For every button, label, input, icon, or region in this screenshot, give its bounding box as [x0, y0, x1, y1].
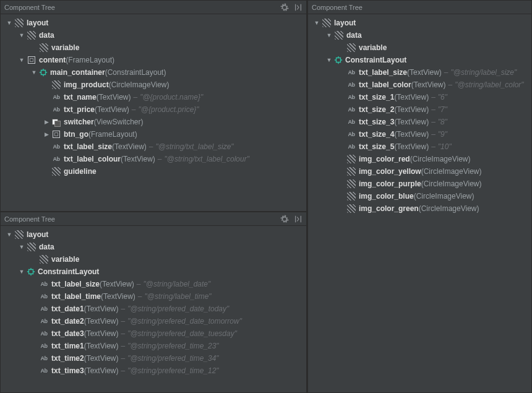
- textview-icon: Ab: [51, 155, 61, 163]
- tree-row[interactable]: img_color_green (CircleImageView): [308, 202, 531, 215]
- textview-icon: Ab: [51, 142, 61, 151]
- node-id: txt_time1: [51, 342, 84, 350]
- tree-top-left[interactable]: ▼layout▼datavariable▼content (FrameLayou…: [1, 14, 306, 180]
- tree-row[interactable]: ▼ConstraintLayout: [308, 54, 531, 66]
- tree-row[interactable]: ▼data: [308, 29, 531, 41]
- node-value: "8": [438, 118, 447, 126]
- tree-row[interactable]: ▼ConstraintLayout: [1, 266, 306, 278]
- expand-arrow-icon[interactable]: ▼: [325, 32, 333, 38]
- panel-title: Component Tree: [312, 4, 528, 11]
- gear-icon[interactable]: [280, 3, 289, 12]
- expand-arrow-icon[interactable]: ▼: [18, 269, 25, 275]
- tree-row[interactable]: Abtxt_date3 (TextView) – "@string/prefer…: [1, 327, 306, 340]
- node-type: (ConstraintLayout): [105, 68, 166, 77]
- tree-row[interactable]: ▼data: [1, 241, 306, 253]
- tree-row[interactable]: Abtxt_size_5 (TextView) – "10": [308, 140, 531, 153]
- tree-row[interactable]: Abtxt_label_color (TextView) – "@string/…: [308, 79, 531, 91]
- tree-row[interactable]: img_color_blue (CircleImageView): [308, 190, 531, 202]
- panel-bottom-left: Component Tree ▼layout▼datavariable▼Cons…: [0, 212, 307, 393]
- tree-row[interactable]: Abtxt_time2 (TextView) – "@string/prefer…: [1, 352, 306, 365]
- node-type: (CircleImageView): [421, 179, 482, 188]
- tree-row[interactable]: ▶switcher (ViewSwitcher): [1, 116, 306, 128]
- node-id: img_color_blue: [359, 192, 414, 201]
- node-id: switcher: [64, 118, 94, 126]
- expand-arrow-icon[interactable]: ▼: [6, 231, 13, 238]
- tree-row[interactable]: Abtxt_date2 (TextView) – "@string/prefer…: [1, 315, 306, 327]
- tree-row[interactable]: ▼data: [1, 29, 306, 41]
- node-type: (CircleImageView): [414, 192, 474, 201]
- node-type: (CircleImageView): [419, 204, 479, 213]
- tree-row[interactable]: Abtxt_time3 (TextView) – "@string/prefer…: [1, 365, 306, 377]
- tree-row[interactable]: ▼main_container (ConstraintLayout): [1, 66, 306, 79]
- tree-row[interactable]: Abtxt_label_size (TextView) – "@string/l…: [1, 278, 306, 290]
- expand-arrow-icon[interactable]: ▼: [313, 20, 320, 26]
- node-id: txt_label_size: [51, 280, 100, 288]
- textview-icon: Ab: [346, 68, 356, 77]
- tree-row[interactable]: guideline: [1, 165, 306, 178]
- tree-row[interactable]: Abtxt_size_2 (TextView) – "7": [308, 103, 531, 116]
- tree-row[interactable]: Abtxt_name (TextView) – "@{product.name}…: [1, 91, 306, 103]
- expand-arrow-icon[interactable]: ▼: [18, 57, 25, 63]
- layout-icon: [346, 191, 356, 201]
- expand-arrow-icon[interactable]: ▼: [6, 20, 13, 26]
- node-value: "@string/label_color": [455, 80, 523, 89]
- layout-icon: [51, 166, 61, 176]
- node-value: "@string/prefered_time_23": [127, 342, 218, 350]
- node-id: txt_date3: [51, 329, 84, 338]
- node-id: ConstraintLayout: [345, 56, 406, 64]
- node-id: txt_time2: [51, 354, 84, 363]
- tree-right[interactable]: ▼layout▼datavariable▼ConstraintLayoutAbt…: [308, 14, 531, 217]
- tree-row[interactable]: ▼layout: [1, 228, 306, 241]
- expand-arrow-icon[interactable]: ▶: [43, 119, 50, 125]
- node-type: (TextView): [100, 280, 134, 288]
- node-id: txt_label_size: [64, 142, 112, 151]
- node-type: (TextView): [112, 142, 147, 151]
- layout-icon: [27, 30, 36, 40]
- node-type: (ViewSwitcher): [94, 118, 144, 126]
- tree-row[interactable]: Abtxt_price (TextView) – "@{product.pric…: [1, 103, 306, 116]
- tree-row[interactable]: variable: [1, 41, 306, 54]
- tree-row[interactable]: ▶btn_go (FrameLayout): [1, 128, 306, 140]
- tree-row[interactable]: Abtxt_size_4 (TextView) – "9": [308, 128, 531, 140]
- collapse-all-icon[interactable]: [294, 215, 302, 223]
- tree-row[interactable]: Abtxt_date1 (TextView) – "@string/prefer…: [1, 303, 306, 315]
- panel-header: Component Tree: [1, 1, 306, 14]
- viewswitcher-icon: [51, 117, 61, 127]
- node-id: txt_date2: [51, 317, 84, 326]
- tree-row[interactable]: variable: [308, 41, 531, 54]
- expand-arrow-icon[interactable]: ▼: [30, 69, 38, 76]
- node-id: variable: [51, 43, 79, 52]
- node-id: txt_size_5: [359, 142, 394, 151]
- tree-row[interactable]: Abtxt_time1 (TextView) – "@string/prefer…: [1, 340, 306, 352]
- node-type: (TextView): [84, 366, 119, 375]
- expand-arrow-icon[interactable]: ▼: [18, 244, 25, 250]
- tree-row[interactable]: Abtxt_size_3 (TextView) – "8": [308, 116, 531, 128]
- tree-row[interactable]: ▼content (FrameLayout): [1, 54, 306, 66]
- textview-icon: Ab: [51, 93, 61, 101]
- tree-row[interactable]: Abtxt_size_1 (TextView) – "6": [308, 91, 531, 103]
- tree-row[interactable]: Abtxt_label_colour (TextView) – "@string…: [1, 153, 306, 165]
- tree-row[interactable]: ▼layout: [1, 17, 306, 29]
- tree-row[interactable]: Abtxt_label_time (TextView) – "@string/l…: [1, 290, 306, 303]
- panel-divider[interactable]: [307, 0, 307, 393]
- textview-icon: Ab: [51, 105, 61, 114]
- node-id: img_color_green: [359, 204, 419, 213]
- tree-row[interactable]: img_color_red (CircleImageView): [308, 153, 531, 165]
- tree-row[interactable]: Abtxt_label_size (TextView) – "@string/l…: [308, 66, 531, 79]
- tree-row[interactable]: ▼layout: [308, 17, 531, 29]
- node-id: txt_size_2: [359, 105, 394, 114]
- gear-icon[interactable]: [280, 215, 289, 223]
- node-id: img_product: [64, 80, 109, 89]
- tree-row[interactable]: img_color_purple (CircleImageView): [308, 178, 531, 190]
- expand-arrow-icon[interactable]: ▼: [18, 32, 25, 38]
- layout-icon: [346, 204, 356, 214]
- tree-row[interactable]: Abtxt_label_size (TextView) – "@string/t…: [1, 140, 306, 153]
- collapse-all-icon[interactable]: [294, 3, 302, 12]
- tree-row[interactable]: img_color_yellow (CircleImageView): [308, 165, 531, 178]
- expand-arrow-icon[interactable]: ▶: [43, 131, 50, 137]
- tree-bottom-left[interactable]: ▼layout▼datavariable▼ConstraintLayoutAbt…: [1, 226, 306, 379]
- tree-row[interactable]: img_product (CircleImageView): [1, 79, 306, 91]
- expand-arrow-icon[interactable]: ▼: [325, 57, 333, 63]
- textview-icon: Ab: [39, 292, 49, 301]
- tree-row[interactable]: variable: [1, 253, 306, 266]
